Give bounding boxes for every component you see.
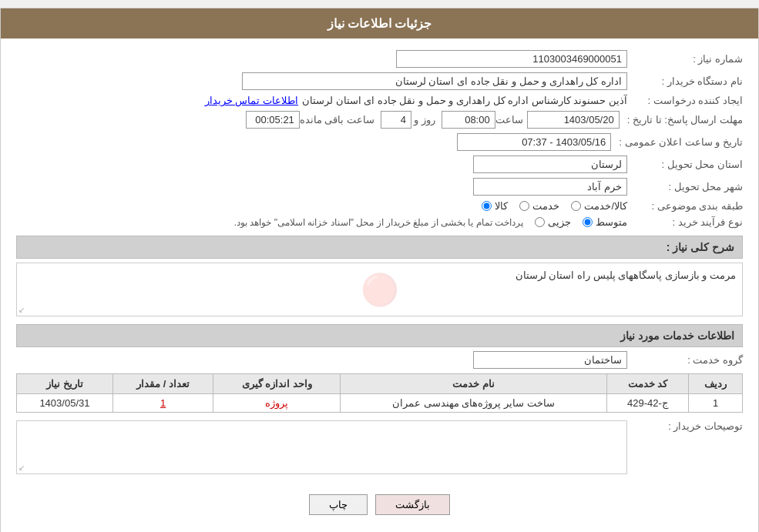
col-header-unit: واحد اندازه گیری xyxy=(213,374,341,394)
col-header-code: کد خدمت xyxy=(606,374,688,394)
services-section-header: اطلاعات خدمات مورد نیاز xyxy=(16,324,743,347)
service-group-row: گروه خدمت : ساختمان xyxy=(16,351,743,369)
cell-code: ج-42-429 xyxy=(606,394,688,413)
page-header: جزئیات اطلاعات نیاز xyxy=(1,8,758,38)
col-header-name: نام خدمت xyxy=(340,374,606,394)
need-desc-value: مرمت و بازسازی پاسگاههای پلیس راه استان … xyxy=(17,263,742,287)
desc-corner-icon: ↙ xyxy=(18,306,25,314)
delivery-province-row: استان محل تحویل : لرستان xyxy=(16,156,743,173)
deadline-label: مهلت ارسال پاسخ: تا تاریخ : xyxy=(620,114,743,125)
need-number-row: شماره نیاز : 1103003469000051 xyxy=(16,50,743,68)
requester-value: آذین حسنوند کارشناس اداره کل راهداری و ح… xyxy=(302,95,627,106)
announce-row: تاریخ و ساعت اعلان عمومی : 1403/05/16 - … xyxy=(16,133,743,151)
remaining-time: 00:05:21 xyxy=(246,111,300,129)
deadline-date: 1403/05/20 xyxy=(527,111,620,129)
cell-row-num: 1 xyxy=(689,394,743,413)
cell-qty: 1 xyxy=(113,394,213,413)
deadline-row: مهلت ارسال پاسخ: تا تاریخ : 1403/05/20 س… xyxy=(16,111,743,129)
process-option-medium[interactable]: متوسط xyxy=(583,216,627,228)
buyer-desc-row: توصیحات خریدار : ↙ xyxy=(16,417,743,478)
delivery-province-value: لرستان xyxy=(473,156,627,173)
category-label: طبقه بندی موضوعی : xyxy=(627,200,743,212)
cell-date: 1403/05/31 xyxy=(17,394,113,413)
delivery-city-value: خرم آباد xyxy=(473,178,627,196)
category-option-goods-service[interactable]: کالا/خدمت xyxy=(571,200,627,212)
need-desc-label: شرح کلی نیاز : xyxy=(667,241,734,253)
print-button[interactable]: چاپ xyxy=(309,494,368,515)
delivery-city-row: شهر محل تحویل : خرم آباد xyxy=(16,178,743,196)
need-desc-header: شرح کلی نیاز : xyxy=(16,236,743,259)
need-number-value: 1103003469000051 xyxy=(396,50,627,68)
deadline-time: 08:00 xyxy=(442,111,495,129)
requester-label: ایجاد کننده درخواست : xyxy=(627,95,743,106)
process-option-minor[interactable]: جزیی xyxy=(535,216,571,228)
announce-value: 1403/05/16 - 07:37 xyxy=(457,133,611,151)
col-header-date: تاریخ نیاز xyxy=(17,374,113,394)
requester-row: ایجاد کننده درخواست : آذین حسنوند کارشنا… xyxy=(16,95,743,106)
buyer-org-value: اداره کل راهداری و حمل و نقل جاده ای است… xyxy=(242,72,627,90)
cell-name: ساخت سایر پروژه‌های مهندسی عمران xyxy=(340,394,606,413)
process-label: نوع فرآیند خرید : xyxy=(627,216,743,228)
deadline-days-label: روز و xyxy=(414,114,435,125)
buyer-desc-corner: ↙ xyxy=(18,463,25,472)
buyer-desc-area: ↙ xyxy=(16,420,627,474)
process-row: نوع فرآیند خرید : متوسط جزیی پرداخت تمام… xyxy=(16,216,743,228)
services-table: ردیف کد خدمت نام خدمت واحد اندازه گیری ت… xyxy=(16,373,743,413)
service-group-value: ساختمان xyxy=(473,351,627,369)
category-radio-group: کالا/خدمت خدمت کالا xyxy=(482,200,627,212)
category-option-service[interactable]: خدمت xyxy=(519,200,559,212)
col-header-row-num: ردیف xyxy=(689,374,743,394)
delivery-province-label: استان محل تحویل : xyxy=(627,159,743,170)
table-row: 1ج-42-429ساخت سایر پروژه‌های مهندسی عمرا… xyxy=(17,394,743,413)
service-group-label: گروه خدمت : xyxy=(627,354,743,366)
need-desc-area: 🔴 مرمت و بازسازی پاسگاههای پلیس راه استا… xyxy=(16,263,743,316)
delivery-city-label: شهر محل تحویل : xyxy=(627,181,743,192)
announce-label: تاریخ و ساعت اعلان عمومی : xyxy=(611,136,743,148)
remaining-label: ساعت باقی مانده xyxy=(300,114,374,125)
buyer-org-row: نام دستگاه خریدار : اداره کل راهداری و ح… xyxy=(16,72,743,90)
process-radio-group: متوسط جزیی xyxy=(535,216,627,228)
services-section-label: اطلاعات خدمات مورد نیاز xyxy=(620,330,734,342)
deadline-days: 4 xyxy=(381,111,411,129)
category-option-goods[interactable]: کالا xyxy=(482,200,508,212)
bottom-buttons: بازگشت چاپ xyxy=(16,483,743,527)
category-row: طبقه بندی موضوعی : کالا/خدمت خدمت کالا xyxy=(16,200,743,212)
table-header-row: ردیف کد خدمت نام خدمت واحد اندازه گیری ت… xyxy=(17,374,743,394)
buyer-org-label: نام دستگاه خریدار : xyxy=(627,75,743,87)
col-header-qty: تعداد / مقدار xyxy=(113,374,213,394)
buyer-desc-label: توصیحات خریدار : xyxy=(627,417,743,432)
back-button[interactable]: بازگشت xyxy=(375,494,450,515)
page-title: جزئیات اطلاعات نیاز xyxy=(327,17,432,30)
cell-unit[interactable]: پروژه xyxy=(213,394,341,413)
contact-link[interactable]: اطلاعات تماس خریدار xyxy=(205,95,298,106)
deadline-time-label: ساعت xyxy=(495,114,523,125)
process-note: پرداخت تمام یا بخشی از مبلغ خریدار از مح… xyxy=(234,217,523,228)
need-number-label: شماره نیاز : xyxy=(627,53,743,65)
